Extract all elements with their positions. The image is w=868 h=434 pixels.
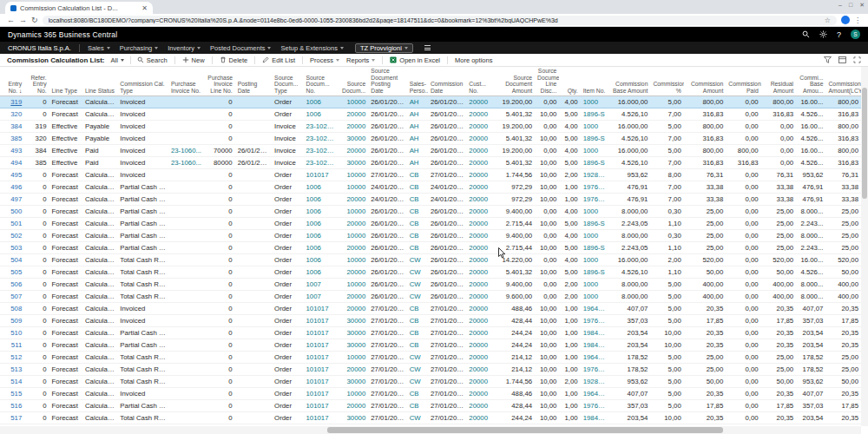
table-row[interactable]: 5090ForecastCalculatedInvoiced0Order1010… (0, 315, 861, 327)
expand-fullscreen-icon[interactable] (853, 56, 861, 63)
cell[interactable]: 101017 (303, 352, 338, 364)
cell[interactable]: 30000 (339, 133, 368, 145)
cell[interactable]: Order (272, 412, 303, 424)
cell[interactable] (235, 133, 272, 145)
cell[interactable]: Calculated (82, 291, 117, 303)
cell[interactable]: Calculated (82, 181, 117, 194)
cell[interactable]: 20000 (466, 230, 492, 242)
cell[interactable]: 0 (24, 169, 49, 181)
cell[interactable]: 520,00 (684, 254, 726, 266)
cell[interactable]: Effective (49, 133, 82, 145)
cell[interactable]: 0 (205, 400, 234, 412)
cell[interactable]: 178,52 (608, 364, 650, 376)
cell[interactable]: 1006 (303, 181, 338, 194)
cell[interactable]: 20000 (339, 303, 368, 315)
cell[interactable]: 178,52 (796, 352, 825, 364)
cell[interactable]: Total Cash Receipt (117, 291, 168, 303)
cell[interactable]: 10,00 (535, 108, 559, 121)
cell[interactable]: 800,00 (684, 145, 726, 157)
table-row[interactable]: 3200ForecastCalculatedInvoiced0Order1006… (0, 108, 861, 121)
cell[interactable]: 25,00 (761, 230, 796, 242)
window-minimize-icon[interactable]: – (838, 2, 842, 9)
cell[interactable]: 0,30 (650, 206, 683, 218)
cell[interactable]: 476,91 (796, 194, 825, 206)
cell[interactable]: 1,00 (559, 388, 580, 400)
cell[interactable]: 5,00 (650, 400, 683, 412)
table-row[interactable]: 493384EffectivePaidInvoiced23-1060...700… (0, 145, 861, 157)
cell[interactable]: 25,00 (684, 352, 726, 364)
filter-funnel-icon[interactable] (824, 56, 832, 63)
cell[interactable]: 514 (0, 376, 24, 388)
reports-button[interactable]: Reports (346, 56, 375, 64)
cell[interactable] (168, 315, 205, 327)
cell[interactable]: 504 (0, 254, 24, 266)
cell[interactable]: Forecast (49, 327, 82, 339)
column-header[interactable]: Line Status (82, 67, 117, 96)
cell[interactable]: 26/01/2023 (428, 133, 466, 145)
cell[interactable]: Invoice (272, 157, 303, 169)
cell[interactable]: 8.000... (796, 279, 825, 291)
cell[interactable]: 20000 (466, 352, 492, 364)
cell[interactable]: Order (272, 400, 303, 412)
cell[interactable]: 0,00 (535, 96, 559, 108)
cell[interactable]: CB (407, 242, 428, 254)
cell[interactable]: 20000 (466, 194, 492, 206)
cell[interactable]: AH (407, 96, 428, 108)
cell[interactable]: 1000 (581, 121, 608, 133)
cell[interactable]: 16.000,00 (608, 96, 650, 108)
column-header[interactable]: Residual Amount (761, 67, 796, 96)
cell[interactable]: 101017 (303, 327, 338, 339)
cell[interactable]: 0,00 (535, 291, 559, 303)
cell[interactable]: 27/01/2023 (428, 303, 466, 315)
cell[interactable]: 1984-W (581, 412, 608, 424)
cell[interactable]: 101017 (303, 388, 338, 400)
cell[interactable]: 0 (205, 291, 234, 303)
column-header[interactable]: Entry No. ↓ (0, 67, 24, 96)
cell[interactable]: Total Cash Receipt (117, 364, 168, 376)
cell[interactable]: 7,00 (650, 133, 683, 145)
table-row[interactable]: 5110ForecastCalculatedPartial Cash Rec..… (0, 339, 861, 352)
cell[interactable] (168, 352, 205, 364)
cell[interactable]: 20000 (339, 194, 368, 206)
cell[interactable]: 203,54 (608, 339, 650, 352)
cell[interactable]: 4,00 (559, 121, 580, 133)
cell[interactable] (235, 279, 272, 291)
cell[interactable]: 0 (205, 412, 234, 424)
cell[interactable]: 0 (205, 218, 234, 230)
cell[interactable]: 800,00 (684, 96, 726, 108)
cell[interactable]: 1,00 (559, 352, 580, 364)
cell[interactable]: 1976-W (581, 364, 608, 376)
table-row[interactable]: 494385EffectivePaidInvoiced23-1060...800… (0, 157, 861, 169)
cell[interactable]: 27/01/2023 (368, 364, 406, 376)
cell[interactable] (168, 121, 205, 133)
cell[interactable]: 9.400,00 (493, 279, 535, 291)
cell[interactable]: 0 (205, 266, 234, 279)
cell[interactable]: Partial Cash Rec... (117, 339, 168, 352)
cell[interactable]: 20,35 (761, 339, 796, 352)
cell[interactable]: Partial Cash Rec... (117, 327, 168, 339)
cell[interactable]: 27/01/2023 (368, 315, 406, 327)
cell[interactable] (235, 218, 272, 230)
column-header[interactable]: Line Type (49, 67, 82, 96)
cell[interactable]: 0 (24, 279, 49, 291)
cell[interactable]: 1006 (303, 108, 338, 121)
cell[interactable]: 520,00 (761, 254, 796, 266)
cell[interactable]: 30000 (339, 327, 368, 339)
cell[interactable]: 2.243,05 (608, 218, 650, 230)
cell[interactable]: 0 (205, 376, 234, 388)
cell[interactable]: 16.00... (796, 145, 825, 157)
cell[interactable]: 20000 (339, 108, 368, 121)
cell[interactable] (168, 412, 205, 424)
cell[interactable]: 488,46 (493, 303, 535, 315)
cell[interactable]: 0 (24, 181, 49, 194)
cell[interactable]: 17,85 (684, 315, 726, 327)
cell[interactable]: 319 (0, 96, 24, 108)
cell[interactable] (235, 254, 272, 266)
cell[interactable]: 19.200,00 (493, 96, 535, 108)
cell[interactable]: 8.000,00 (608, 279, 650, 291)
cell[interactable]: 8.000,00 (608, 291, 650, 303)
cell[interactable]: Calculated (82, 400, 117, 412)
cell[interactable]: Calculated (82, 279, 117, 291)
cell[interactable]: 214,12 (493, 352, 535, 364)
cell[interactable]: 5,00 (650, 388, 683, 400)
